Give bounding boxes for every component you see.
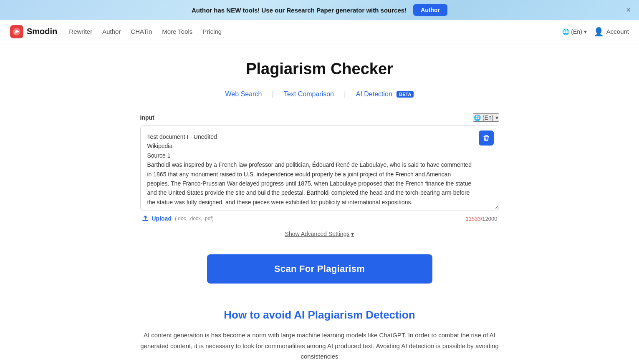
- nav-more-tools[interactable]: More Tools: [162, 28, 192, 35]
- advanced-settings-row: Show Advanced Settings ▾: [140, 230, 499, 238]
- announcement-banner: Author has NEW tools! Use our Research P…: [0, 0, 639, 20]
- main-content: Plagiarism Checker Web Search | Text Com…: [132, 43, 508, 364]
- input-textarea[interactable]: Test document I - Unedited Wikipedia Sou…: [141, 126, 499, 209]
- language-button[interactable]: 🌐 (En) ▾: [562, 28, 586, 35]
- input-lang-chevron: ▾: [495, 114, 498, 121]
- translate-icon: 🌐: [562, 28, 569, 35]
- textarea-wrapper: Test document I - Unedited Wikipedia Sou…: [140, 125, 499, 211]
- banner-author-button[interactable]: Author: [413, 4, 447, 16]
- clear-button[interactable]: [479, 131, 494, 146]
- tab-text-comparison[interactable]: Text Comparison: [274, 90, 344, 98]
- scan-for-plagiarism-button[interactable]: Scan For Plagiarism: [207, 254, 432, 284]
- logo-text: Smodin: [27, 27, 57, 36]
- how-to-avoid-section: How to avoid AI Plagiarism Detection AI …: [140, 309, 499, 362]
- banner-text: Author has NEW tools! Use our Research P…: [192, 7, 407, 14]
- nav-right: 🌐 (En) ▾ 👤 Account: [562, 27, 629, 37]
- input-lang-label: (En): [482, 114, 493, 121]
- scan-button-wrapper: Scan For Plagiarism: [140, 254, 499, 284]
- char-counter: 11533/12000: [466, 216, 498, 222]
- account-label: Account: [606, 28, 629, 35]
- nav-chatin[interactable]: CHATin: [131, 28, 152, 35]
- advanced-chevron-icon: ▾: [351, 231, 354, 237]
- upload-button[interactable]: Upload (.doc, .docx, .pdf): [142, 215, 214, 222]
- nav-author[interactable]: Author: [102, 28, 121, 35]
- account-button[interactable]: 👤 Account: [594, 27, 629, 37]
- trash-icon: [483, 135, 490, 141]
- input-header: Input 🌐 (En) ▾: [140, 113, 499, 122]
- upload-formats: (.doc, .docx, .pdf): [175, 216, 214, 221]
- page-title: Plagiarism Checker: [140, 60, 499, 78]
- logo[interactable]: Smodin: [10, 25, 57, 38]
- banner-close-button[interactable]: ×: [626, 6, 631, 15]
- navbar: Smodin Rewriter Author CHATin More Tools…: [0, 20, 639, 43]
- upload-icon: [142, 215, 149, 222]
- how-text: AI content generation is has become a no…: [140, 330, 499, 362]
- tab-bar: Web Search | Text Comparison | AI Detect…: [140, 90, 499, 98]
- input-label: Input: [140, 114, 154, 121]
- svg-point-1: [16, 30, 18, 33]
- input-language-button[interactable]: 🌐 (En) ▾: [473, 113, 499, 122]
- lang-label: (En): [571, 28, 582, 35]
- tab-ai-detection[interactable]: AI Detection BETA: [346, 90, 424, 98]
- lang-chevron-icon: ▾: [584, 28, 587, 35]
- translate-icon-input: 🌐: [474, 114, 481, 121]
- nav-pricing[interactable]: Pricing: [202, 28, 222, 35]
- nav-rewriter[interactable]: Rewriter: [69, 28, 92, 35]
- upload-label: Upload: [152, 215, 172, 222]
- advanced-settings-button[interactable]: Show Advanced Settings ▾: [285, 231, 354, 237]
- beta-badge: BETA: [397, 91, 414, 98]
- char-count-value: 11533: [466, 216, 481, 222]
- logo-icon: [10, 25, 23, 38]
- how-title: How to avoid AI Plagiarism Detection: [140, 309, 499, 321]
- tab-web-search[interactable]: Web Search: [215, 90, 272, 98]
- advanced-label: Show Advanced Settings: [285, 231, 350, 237]
- account-icon: 👤: [594, 27, 604, 37]
- below-textarea: Upload (.doc, .docx, .pdf) 11533/12000: [140, 215, 499, 222]
- nav-links: Rewriter Author CHATin More Tools Pricin…: [69, 28, 562, 35]
